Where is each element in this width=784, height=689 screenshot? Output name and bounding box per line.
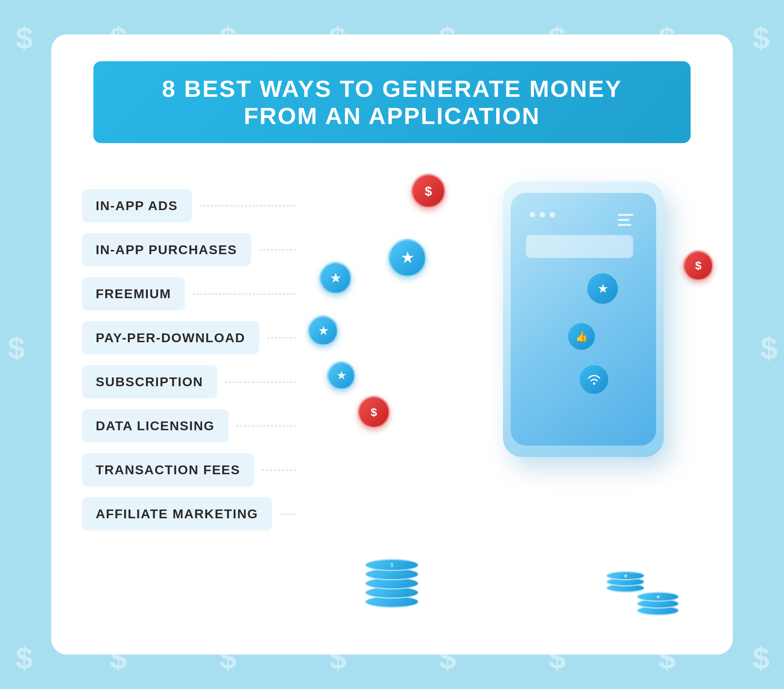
stack-coin: $ [365,559,419,571]
ways-list: IN-APP ADS IN-APP PURCHASES FREEMIUM PAY… [82,174,296,628]
menu-line [618,219,629,221]
phone-dot [540,212,545,218]
list-item: IN-APP PURCHASES [82,233,296,266]
list-pill-in-app-purchases: IN-APP PURCHASES [82,233,251,266]
main-title: 8 BEST WAYS TO GENERATE MONEY FROM AN AP… [162,76,622,129]
floating-coin-red-1: $ [411,174,446,208]
svg-point-0 [593,382,595,385]
bg-dollar-icon: $ [753,21,770,56]
list-item: PAY-PER-DOWNLOAD [82,321,296,354]
stack-coin: ★ [637,592,679,602]
bg-dollar-icon: $ [753,641,770,676]
dashed-line-8 [280,514,296,514]
title-banner: 8 BEST WAYS TO GENERATE MONEY FROM AN AP… [94,61,690,143]
list-pill-in-app-ads: IN-APP ADS [82,189,192,223]
phone-dot [530,212,535,218]
phone-top-dots [530,212,555,218]
list-item: FREEMIUM [82,277,296,310]
list-pill-pay-per-download: PAY-PER-DOWNLOAD [82,321,259,354]
coin-stack-star-1: ★ [606,571,645,590]
list-pill-subscription: SUBSCRIPTION [82,365,217,399]
floating-coin-blue-2: ★ [308,315,338,346]
illustration-area: 👍 $ [296,174,702,628]
phone-body: 👍 [503,181,664,457]
phone-illustration: 👍 [503,181,679,480]
bg-dollar-icon: $ [8,331,25,366]
coin-stack-star-2: ★ [637,592,679,612]
phone-star-icon-1 [587,273,618,304]
list-pill-freemium: FREEMIUM [82,277,185,310]
phone-wifi-icon [580,365,608,394]
dashed-line-1 [199,206,296,206]
list-item: TRANSACTION FEES [82,453,296,486]
list-pill-transaction-fees: TRANSACTION FEES [82,453,254,486]
dashed-line-2 [259,250,296,251]
star-symbol [598,282,608,295]
floating-coin-blue-3: ★ [327,361,356,390]
coin-stack-large: $ [365,559,419,605]
list-item: DATA LICENSING [82,409,296,442]
dashed-line-7 [262,470,296,470]
dashed-line-6 [236,426,296,427]
floating-coin-blue-1: ★ [319,262,352,294]
list-item: AFFILIATE MARKETING [82,497,296,531]
bg-dollar-icon: $ [761,331,778,366]
bg-dollar-icon: $ [16,21,33,56]
list-item: IN-APP ADS [82,189,296,223]
floating-coin-red-3: $ [357,396,390,429]
phone-card-element [526,235,633,258]
menu-line [618,224,631,226]
list-item: SUBSCRIPTION [82,365,296,399]
phone-thumb-icon: 👍 [568,323,595,350]
content-area: IN-APP ADS IN-APP PURCHASES FREEMIUM PAY… [82,174,702,628]
phone-dot [550,212,555,218]
stack-coin: ★ [606,571,645,580]
phone-screen: 👍 [511,193,656,445]
phone-menu-icon [618,214,633,226]
floating-coin-blue-large: ★ [388,239,427,277]
list-pill-affiliate-marketing: AFFILIATE MARKETING [82,497,272,531]
dashed-line-5 [225,382,296,382]
list-pill-data-licensing: DATA LICENSING [82,409,229,442]
floating-coin-red-2: $ [683,251,713,281]
dashed-line-4 [267,338,296,338]
bg-dollar-icon: $ [16,641,33,676]
menu-line [618,214,633,216]
main-card: 8 BEST WAYS TO GENERATE MONEY FROM AN AP… [51,35,733,654]
dashed-line-3 [193,293,296,294]
